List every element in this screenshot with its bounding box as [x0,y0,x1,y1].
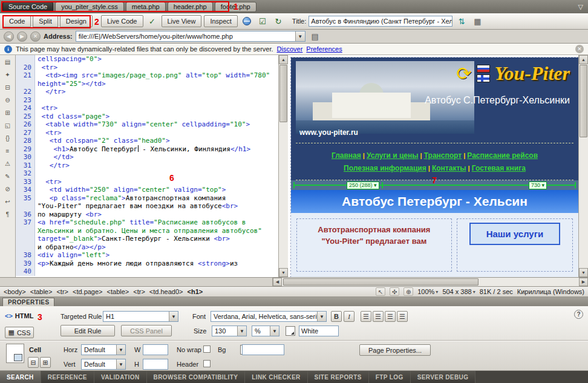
site-preview[interactable]: www.you-piter.ru ⟳ You-Piter Автобус С.П… [291,57,578,277]
panel-tab-server-debug[interactable]: SERVER DEBUG [411,371,476,383]
scroll-up-icon[interactable]: ▲ [279,55,288,64]
code-line[interactable]: и обратно</a></p> [16,243,278,252]
live-view-button[interactable]: Live View [162,15,202,27]
scroll-right-icon[interactable]: ▶ [579,278,588,286]
split-cell-icon[interactable]: ⊞ [40,357,51,368]
view-options-icon[interactable]: ▦ [471,15,484,27]
code-line[interactable]: "You-Piter" предлагает вам поездки на ав… [16,202,278,211]
panel-tab-browser-compatibility[interactable]: BROWSER COMPATIBILITY [147,371,246,383]
site-header[interactable]: www.you-piter.ru ⟳ You-Piter Автобус С.П… [291,57,578,143]
bold-button[interactable]: B [331,311,342,322]
code-line[interactable]: 29 <h1>Автобус Петербург - Хельсинки, Фи… [16,145,278,154]
properties-tab[interactable]: PROPERTIES [2,298,54,306]
check-browser-compatibility-icon[interactable]: ✓ [146,15,159,27]
design-horizontal-scrollbar[interactable]: ◀ ▶ [272,278,588,286]
panel-tab-validation[interactable]: VALIDATION [94,371,147,383]
text-color-swatch[interactable] [286,326,295,336]
code-line[interactable]: 24 <tr> [16,104,278,113]
file-management-icon[interactable]: ⇅ [455,15,468,27]
code-line[interactable]: 34 <td width="250" align="center" valign… [16,186,278,194]
address-input[interactable]: file:///E|/WebServers/home/you-piter/www… [76,31,305,42]
html-mode-button[interactable]: <> HTML [5,312,33,319]
targeted-rule-select[interactable]: H1▼ [103,311,178,322]
show-code-navigator-icon[interactable]: ✦ [2,70,13,80]
validate-markup-icon[interactable]: ☑ [256,15,269,27]
code-line[interactable]: 26 <table width="730" align="center" cel… [16,120,278,129]
site-tagline[interactable]: Автобус С.Петербург-Хельсинки [425,95,570,106]
scroll-left-icon[interactable]: ◀ [273,278,282,286]
no-wrap-checkbox[interactable] [203,345,211,353]
close-icon[interactable]: ✕ [575,45,584,53]
format-source-code-icon[interactable]: ¶ [2,209,13,220]
code-line[interactable]: 21 <td><img src="images/page_top.png" al… [16,71,278,80]
preview-in-browser-icon[interactable] [240,15,253,27]
tag-selector-item[interactable]: <table> [30,288,53,295]
code-line[interactable]: 23 [16,96,278,105]
filter-icon[interactable]: ▽ [578,3,586,11]
italic-button[interactable]: I [344,311,354,322]
site-nav-link[interactable]: Главная [332,151,361,160]
size-select[interactable]: 130▼ [212,326,247,336]
line-numbers-icon[interactable]: ≡ [2,146,13,156]
scroll-down-icon[interactable]: ▼ [279,268,288,277]
site-nav-link[interactable]: Гостевая книга [472,164,526,172]
discover-link[interactable]: Discover [277,45,303,53]
highlight-invalid-code-icon[interactable]: ⚠ [2,159,13,169]
promo-text[interactable]: Автотранспортная компания "You-Piter" пр… [297,219,451,271]
scroll-up-icon[interactable]: ▲ [579,55,588,64]
design-view[interactable]: www.you-piter.ru ⟳ You-Piter Автобус С.П… [288,55,578,277]
site-nav-link[interactable]: Транспорт [424,151,462,160]
design-scrollbar[interactable]: ▲ ▼ [578,55,588,277]
cell-height-input[interactable] [143,359,168,370]
code-line[interactable]: Хельсинки и обратно. Цены и места отправ… [16,227,278,235]
panel-tab-link-checker[interactable]: LINK CHECKER [245,371,307,383]
code-line[interactable]: 33 <tr> [16,178,278,186]
refresh-design-view-icon[interactable]: ↻ [272,15,285,27]
code-line[interactable]: 35 <p class="reclama">Автотранспортная к… [16,194,278,203]
code-line[interactable]: 28 <td colspan="2" class="head0"> [16,137,278,145]
align-justify-icon[interactable]: ☰ [397,311,408,322]
code-view-button[interactable]: Code [3,15,31,27]
browser-back-icon[interactable]: ◀ [4,31,14,42]
collapse-full-tag-icon[interactable]: ⊟ [2,82,13,93]
code-line[interactable]: target="_blank">Санкт-Петербург - Хельси… [16,235,278,243]
size-unit-select[interactable]: %▼ [252,326,279,336]
tag-selector-item[interactable]: <body> [4,288,26,295]
text-color-input[interactable]: White [299,326,339,336]
cell-width-input[interactable] [143,344,168,355]
panel-tab-site-reports[interactable]: SITE REPORTS [308,371,369,383]
tag-selector-item[interactable]: <tr> [133,288,145,295]
scrollbar-thumb[interactable] [279,65,287,122]
site-url-text[interactable]: www.you-piter.ru [299,128,358,137]
tag-selector-item[interactable]: <td.head0> [149,288,183,295]
site-logo[interactable]: ⟳ You-Piter [456,62,570,85]
code-line[interactable]: height="25"></td> [16,80,278,88]
address-dropdown-icon[interactable]: ▼ [295,31,305,41]
font-select[interactable]: Verdana, Arial, Helvetica, sans-serif▼ [211,311,327,322]
align-center-icon[interactable]: ☰ [373,311,384,322]
align-right-icon[interactable]: ☰ [385,311,396,322]
code-line[interactable]: 22 </tr> [16,88,278,96]
panel-tab-search[interactable]: SEARCH [0,371,41,383]
document-title-input[interactable]: Автобус в Финляндию (Санкт Петербург - Х… [309,16,452,27]
select-parent-tag-icon[interactable]: ◱ [2,120,13,131]
code-line[interactable]: 39<p>Каждый день многие люди отправляютс… [16,260,278,268]
code-line[interactable]: 27 <tr> [16,129,278,137]
preferences-link[interactable]: Preferences [306,45,342,53]
hand-tool-icon[interactable]: ✣ [390,287,399,296]
code-line[interactable]: 36по маршруту <br> [16,211,278,219]
panel-tab-ftp-log[interactable]: FTP LOG [369,371,411,383]
tag-selector-item[interactable]: <tr> [56,288,68,295]
page-properties-button[interactable]: Page Properties... [359,344,431,356]
related-file-tab[interactable]: meta.php [126,2,166,12]
help-icon[interactable]: ? [574,310,583,319]
apply-comment-icon[interactable]: ✎ [2,171,13,182]
split-view-button[interactable]: Split [33,15,57,27]
tab-source-code[interactable]: Source Code [2,2,53,12]
code-line[interactable]: 37<a href="schedule.php" title="Расписан… [16,218,278,227]
tag-selector-item[interactable]: <td.page> [73,288,103,295]
column-width-menu[interactable]: 250 (288) ▾ [347,182,379,189]
wrap-tag-icon[interactable]: ↩ [2,197,13,207]
scrollbar-thumb[interactable] [283,278,479,286]
header-checkbox[interactable] [203,360,211,367]
